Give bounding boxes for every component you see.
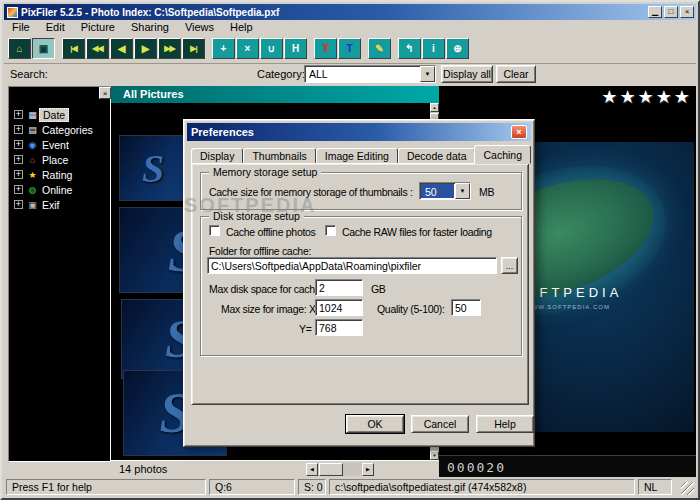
browse-button[interactable]: ... <box>501 257 518 274</box>
first-photo-button[interactable]: |◀ <box>62 38 85 59</box>
fast-forward-button[interactable]: ▶▶ <box>158 38 181 59</box>
cache-size-select[interactable]: 50 ▼ <box>419 182 471 200</box>
expand-icon[interactable]: + <box>14 200 23 209</box>
sidebar-item-date[interactable]: + ▦ Date <box>9 107 110 122</box>
maximize-button[interactable]: □ <box>664 6 678 18</box>
text-red-button[interactable]: T <box>314 38 337 59</box>
info-button[interactable]: i <box>422 38 445 59</box>
sidebar-tree: + ▦ Date + ▤ Categories + ◉ Event + ⌂ Pl… <box>8 86 111 462</box>
add-photo-button[interactable]: + <box>212 38 235 59</box>
menu-edit[interactable]: Edit <box>38 20 73 34</box>
max-y-input[interactable] <box>315 319 363 336</box>
category-value: ALL <box>305 66 420 82</box>
sidebar-item-online[interactable]: + ◍ Online <box>9 182 110 197</box>
scroll-down-icon[interactable]: ▼ <box>430 451 439 460</box>
resize-grip[interactable] <box>681 482 694 495</box>
dialog-titlebar[interactable]: Preferences × <box>187 123 531 141</box>
ok-button[interactable]: OK <box>346 415 404 433</box>
thumbnail-scrollbar[interactable]: ◀ ▶ <box>306 463 374 476</box>
quality-input[interactable] <box>451 299 481 316</box>
forward-button[interactable]: ▶ <box>134 38 157 59</box>
expand-icon[interactable]: + <box>14 185 23 194</box>
expand-icon[interactable]: + <box>14 170 23 179</box>
gallery-header: All Pictures <box>111 86 439 103</box>
expand-icon[interactable]: + <box>14 155 23 164</box>
help-button[interactable]: Help <box>476 415 534 433</box>
calendar-icon: ▦ <box>26 110 39 120</box>
max-x-input[interactable] <box>315 299 363 316</box>
place-icon: ⌂ <box>26 155 39 165</box>
disk-group-legend: Disk storage setup <box>209 210 304 222</box>
chevron-down-icon[interactable]: ▼ <box>455 183 470 199</box>
tab-display[interactable]: Display <box>191 148 243 164</box>
titlebar[interactable]: PixFiler 5.2.5 - Photo Index: C:\Softped… <box>4 4 696 20</box>
send-button[interactable]: ↰ <box>398 38 421 59</box>
sidebar-item-exif[interactable]: + ▣ Exif <box>9 197 110 212</box>
html-export-button[interactable]: H <box>284 38 307 59</box>
minimize-button[interactable]: ▁ <box>648 6 662 18</box>
scroll-up-icon[interactable]: ▲ <box>430 103 439 112</box>
photo-count: 14 photos <box>119 463 167 475</box>
sidebar-item-categories[interactable]: + ▤ Categories <box>9 122 110 137</box>
folder-label: Folder for offline cache: <box>209 245 311 257</box>
cancel-button[interactable]: Cancel <box>411 415 469 433</box>
status-selection: S: 0 <box>298 479 326 495</box>
status-nl: NL <box>638 479 672 495</box>
sidebar-item-label: Online <box>39 184 75 196</box>
sidebar-item-place[interactable]: + ⌂ Place <box>9 152 110 167</box>
sidebar-item-rating[interactable]: + ★ Rating <box>9 167 110 182</box>
cache-size-unit: MB <box>479 186 494 198</box>
filter-close-button[interactable]: × <box>99 87 111 99</box>
edit-button[interactable]: ✎ <box>368 38 391 59</box>
delete-photo-button[interactable]: × <box>236 38 259 59</box>
clear-button[interactable]: Clear <box>496 65 536 83</box>
scroll-right-icon[interactable]: ▶ <box>362 463 374 476</box>
tab-decode-data[interactable]: Decode data <box>398 148 476 164</box>
chevron-down-icon[interactable]: ▼ <box>420 66 435 82</box>
menu-sharing[interactable]: Sharing <box>123 20 177 34</box>
category-select[interactable]: ALL ▼ <box>304 65 436 83</box>
thumbnail[interactable]: S <box>119 135 187 201</box>
back-button[interactable]: ◀ <box>110 38 133 59</box>
dialog-close-button[interactable]: × <box>511 125 527 139</box>
expand-icon[interactable]: + <box>14 140 23 149</box>
max-size-label: Max size for image: X= <box>221 303 321 315</box>
status-queue: Q:6 <box>209 479 295 495</box>
zoom-view-button[interactable]: ▣ <box>32 38 55 59</box>
tab-caching[interactable]: Caching <box>474 145 531 164</box>
expand-icon[interactable]: + <box>14 110 23 119</box>
sidebar-item-event[interactable]: + ◉ Event <box>9 137 110 152</box>
tab-thumbnails[interactable]: Thumbnails <box>243 148 315 164</box>
cache-offline-checkbox[interactable] <box>209 225 220 236</box>
status-file-info: c:\softpedia\softpediatest.gif (474x582x… <box>329 479 635 495</box>
menu-file[interactable]: File <box>4 20 38 34</box>
menu-help[interactable]: Help <box>222 20 261 34</box>
disk-space-unit: GB <box>371 283 386 295</box>
sidebar-item-label: Rating <box>39 169 75 181</box>
tab-image-editing[interactable]: Image Editing <box>316 148 398 164</box>
expand-icon[interactable]: + <box>14 125 23 134</box>
dialog-tabs: Display Thumbnails Image Editing Decode … <box>191 145 530 164</box>
folder-input[interactable] <box>207 257 497 274</box>
slider-thumb[interactable] <box>319 463 343 476</box>
home-button[interactable]: ⌂ <box>8 38 31 59</box>
menu-picture[interactable]: Picture <box>73 20 123 34</box>
counter-strip: 000020 <box>439 455 696 479</box>
scroll-left-icon[interactable]: ◀ <box>306 463 318 476</box>
disk-space-input[interactable] <box>315 279 363 296</box>
web-button[interactable]: ⊕ <box>446 38 469 59</box>
search-label: Search: <box>10 68 48 80</box>
fast-back-button[interactable]: ◀◀ <box>86 38 109 59</box>
menu-views[interactable]: Views <box>177 20 222 34</box>
window-title: PixFiler 5.2.5 - Photo Index: C:\Softped… <box>21 7 646 18</box>
rating-stars[interactable]: ★★★★★ <box>601 86 692 108</box>
last-photo-button[interactable]: ▶| <box>182 38 205 59</box>
attach-button[interactable]: ∪ <box>260 38 283 59</box>
text-blue-button[interactable]: T <box>338 38 361 59</box>
dialog-title: Preferences <box>191 126 254 138</box>
display-all-button[interactable]: Display all <box>441 65 493 83</box>
cache-offline-label: Cache offline photos <box>226 226 316 238</box>
close-button[interactable]: × <box>680 6 694 18</box>
cache-raw-checkbox[interactable] <box>325 225 336 236</box>
tab-panel-caching: Memory storage setup Cache size for memo… <box>191 163 529 405</box>
